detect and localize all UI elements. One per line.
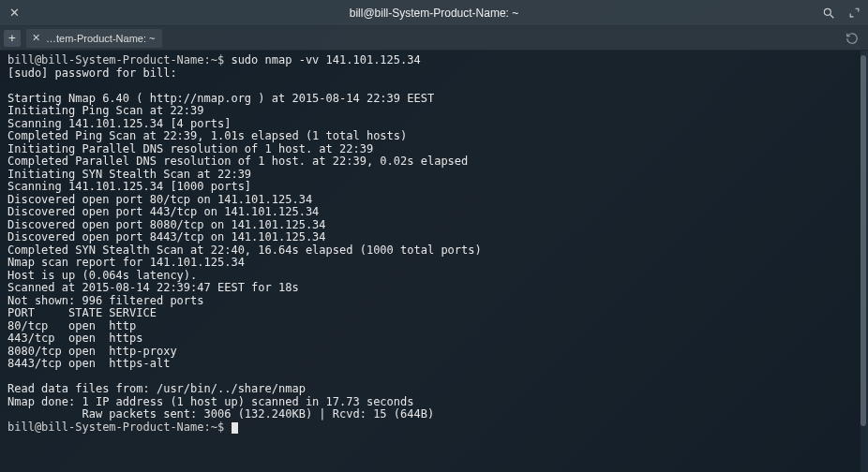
terminal-output[interactable]: bill@bill-System-Product-Name:~$ sudo nm…	[0, 51, 861, 472]
svg-line-1	[831, 14, 834, 18]
output-line: Nmap scan report for 141.101.125.34	[7, 256, 245, 269]
output-line: Scanning 141.101.125.34 [1000 ports]	[7, 180, 251, 193]
output-line: 8080/tcp open http-proxy	[7, 345, 177, 358]
scrollbar-thumb[interactable]	[861, 55, 866, 426]
history-icon[interactable]	[846, 32, 859, 45]
output-line: Host is up (0.064s latency).	[7, 269, 197, 282]
output-line: Scanned at 2015-08-14 22:39:47 EEST for …	[7, 281, 299, 294]
output-line: Starting Nmap 6.40 ( http://nmap.org ) a…	[7, 92, 434, 105]
output-line: Discovered open port 8080/tcp on 141.101…	[7, 218, 326, 231]
output-line: Discovered open port 80/tcp on 141.101.1…	[7, 193, 312, 206]
output-line: Initiating Parallel DNS resolution of 1 …	[7, 142, 373, 155]
maximize-icon[interactable]	[848, 7, 861, 19]
prompt: bill@bill-System-Product-Name:~$	[7, 420, 231, 434]
tab-label: …tem-Product-Name: ~	[46, 33, 155, 44]
cursor	[232, 422, 238, 434]
output-line: [sudo] password for bill:	[7, 66, 177, 80]
output-line: Completed Parallel DNS resolution of 1 h…	[7, 155, 468, 168]
titlebar: ✕ bill@bill-System-Product-Name: ~	[0, 0, 868, 26]
output-line: Discovered open port 443/tcp on 141.101.…	[7, 205, 319, 218]
terminal-window: ✕ bill@bill-System-Product-Name: ~ + ✕ ……	[0, 0, 868, 472]
output-line: Read data files from: /usr/bin/../share/…	[7, 382, 306, 395]
output-line: Discovered open port 8443/tcp on 141.101…	[7, 230, 326, 243]
close-icon[interactable]: ✕	[0, 6, 29, 20]
output-line: 443/tcp open https	[7, 332, 143, 345]
prompt: bill@bill-System-Product-Name:~$	[7, 53, 231, 66]
tab[interactable]: ✕ …tem-Product-Name: ~	[26, 29, 162, 48]
tab-close-icon[interactable]: ✕	[32, 32, 40, 44]
scrollbar[interactable]	[861, 51, 866, 472]
output-line: Initiating Ping Scan at 22:39	[7, 104, 204, 117]
search-icon[interactable]	[822, 7, 835, 20]
output-line: Scanning 141.101.125.34 [4 ports]	[7, 117, 231, 130]
output-line: Completed Ping Scan at 22:39, 1.01s elap…	[7, 129, 407, 142]
output-line: Raw packets sent: 3006 (132.240KB) | Rcv…	[7, 407, 434, 420]
tabbar: + ✕ …tem-Product-Name: ~	[0, 26, 868, 51]
command: sudo nmap -vv 141.101.125.34	[231, 53, 420, 66]
output-line: 8443/tcp open https-alt	[7, 357, 170, 370]
output-line: 80/tcp open http	[7, 319, 136, 332]
svg-point-0	[824, 8, 831, 15]
output-line: Nmap done: 1 IP address (1 host up) scan…	[7, 395, 413, 408]
output-line: Completed SYN Stealth Scan at 22:40, 16.…	[7, 243, 482, 257]
output-line: PORT STATE SERVICE	[7, 306, 157, 319]
output-line: Not shown: 996 filtered ports	[7, 294, 204, 307]
add-tab-button[interactable]: +	[4, 30, 21, 47]
window-title: bill@bill-System-Product-Name: ~	[350, 7, 519, 20]
output-line: Initiating SYN Stealth Scan at 22:39	[7, 168, 251, 181]
